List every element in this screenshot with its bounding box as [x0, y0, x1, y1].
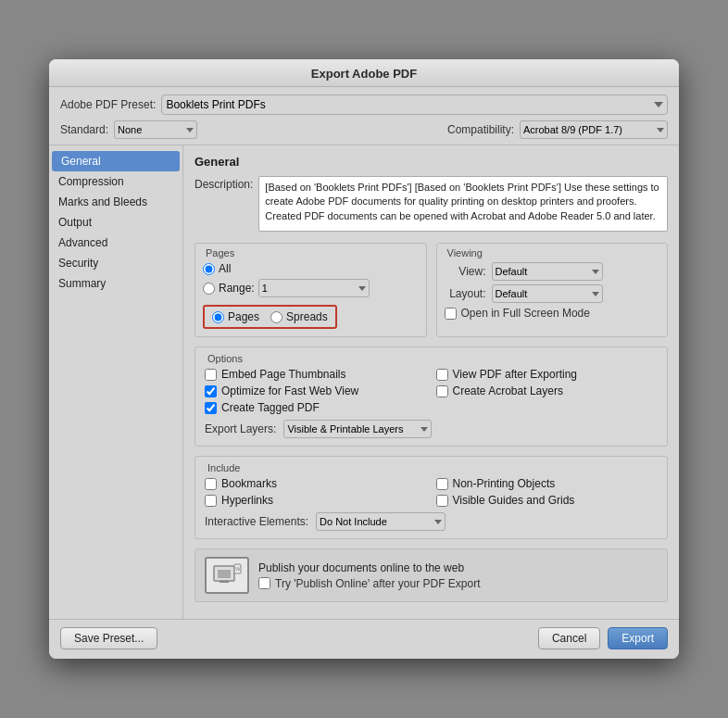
- optimize-web-label: Optimize for Fast Web View: [221, 384, 358, 397]
- embed-thumbnails-checkbox[interactable]: [205, 369, 217, 381]
- embed-thumbnails-label: Embed Page Thumbnails: [221, 368, 346, 381]
- preset-select[interactable]: Booklets Print PDFs: [161, 94, 668, 115]
- bookmarks-label: Bookmarks: [221, 477, 277, 490]
- publish-section: W Publish your documents online to the w…: [195, 548, 668, 602]
- publish-icon: W: [205, 557, 249, 594]
- optimize-web-checkbox[interactable]: [205, 385, 217, 397]
- interactive-elements-label: Interactive Elements:: [205, 515, 308, 528]
- publish-online-label: Try 'Publish Online' after your PDF Expo…: [275, 577, 481, 590]
- description-text: [Based on 'Booklets Print PDFs'] [Based …: [258, 176, 668, 232]
- spreads-radio[interactable]: [270, 311, 282, 323]
- view-after-export-checkbox[interactable]: [436, 369, 448, 381]
- pages-all-label: All: [219, 262, 231, 275]
- create-tagged-label: Create Tagged PDF: [221, 401, 320, 414]
- viewing-group: Viewing View: Default Layout: Default: [436, 243, 669, 337]
- layout-label: Layout:: [445, 287, 486, 300]
- standard-label: Standard:: [60, 123, 108, 136]
- create-tagged-checkbox[interactable]: [205, 402, 217, 414]
- pages-radio-label: Pages: [228, 310, 259, 323]
- view-label: View:: [445, 265, 486, 278]
- pages-all-radio[interactable]: [203, 263, 215, 275]
- layout-select[interactable]: Default: [492, 284, 603, 303]
- visible-guides-label: Visible Guides and Grids: [453, 494, 575, 507]
- non-printing-label: Non-Printing Objects: [453, 477, 556, 490]
- preset-label: Adobe PDF Preset:: [60, 98, 156, 111]
- export-layers-label: Export Layers:: [205, 422, 276, 435]
- description-label: Description:: [195, 176, 253, 191]
- include-group: Include Bookmarks Non-Printing Objects H…: [195, 456, 668, 539]
- publish-online-checkbox[interactable]: [258, 577, 270, 589]
- view-select[interactable]: Default: [492, 262, 603, 281]
- sidebar-item-compression[interactable]: Compression: [49, 171, 182, 192]
- visible-guides-checkbox[interactable]: [436, 495, 448, 507]
- hyperlinks-checkbox[interactable]: [205, 495, 217, 507]
- fullscreen-checkbox[interactable]: [445, 308, 457, 320]
- bookmarks-checkbox[interactable]: [205, 478, 217, 490]
- publish-text: Publish your documents online to the web…: [258, 561, 658, 590]
- title-bar: Export Adobe PDF: [49, 59, 679, 87]
- include-legend: Include: [205, 462, 658, 473]
- pages-spreads-group: Pages Spreads: [203, 305, 337, 329]
- compatibility-select[interactable]: Acrobat 8/9 (PDF 1.7): [520, 120, 668, 139]
- acrobat-layers-checkbox[interactable]: [436, 385, 448, 397]
- pages-radio[interactable]: [212, 311, 224, 323]
- sidebar-item-summary[interactable]: Summary: [49, 273, 182, 294]
- pages-legend: Pages: [203, 247, 419, 258]
- sidebar: General Compression Marks and Bleeds Out…: [49, 145, 183, 619]
- svg-rect-2: [220, 581, 229, 583]
- svg-rect-1: [218, 570, 231, 578]
- svg-text:W: W: [235, 566, 241, 572]
- cancel-button[interactable]: Cancel: [538, 627, 600, 649]
- sidebar-item-security[interactable]: Security: [49, 253, 182, 273]
- non-printing-checkbox[interactable]: [436, 478, 448, 490]
- viewing-legend: Viewing: [445, 247, 660, 258]
- view-after-export-label: View PDF after Exporting: [453, 368, 578, 381]
- sidebar-item-general[interactable]: General: [52, 151, 180, 171]
- section-title: General: [195, 155, 668, 169]
- range-select[interactable]: 1: [258, 279, 370, 297]
- options-legend: Options: [205, 353, 658, 364]
- interactive-elements-select[interactable]: Do Not Include: [316, 512, 446, 531]
- pages-range-label: Range:: [219, 282, 255, 295]
- export-pdf-dialog: Export Adobe PDF Adobe PDF Preset: Bookl…: [49, 59, 679, 659]
- content-area: General Description: [Based on 'Booklets…: [183, 145, 679, 619]
- publish-title: Publish your documents online to the web: [258, 561, 658, 574]
- spreads-radio-label: Spreads: [286, 310, 328, 323]
- compatibility-label: Compatibility:: [447, 123, 514, 136]
- export-layers-select[interactable]: Visible & Printable Layers: [283, 420, 432, 438]
- sidebar-item-marks-bleeds[interactable]: Marks and Bleeds: [49, 192, 182, 212]
- hyperlinks-label: Hyperlinks: [221, 494, 273, 507]
- export-button[interactable]: Export: [608, 627, 668, 649]
- standard-select[interactable]: None: [114, 120, 197, 139]
- dialog-title: Export Adobe PDF: [311, 67, 417, 81]
- pages-group: Pages All Range: 1: [195, 243, 427, 337]
- sidebar-item-advanced[interactable]: Advanced: [49, 233, 182, 253]
- save-preset-button[interactable]: Save Preset...: [60, 627, 157, 649]
- options-group: Options Embed Page Thumbnails View PDF a…: [195, 346, 668, 447]
- acrobat-layers-label: Create Acrobat Layers: [453, 384, 563, 397]
- footer: Save Preset... Cancel Export: [49, 619, 679, 659]
- pages-range-radio[interactable]: [203, 283, 215, 295]
- sidebar-item-output[interactable]: Output: [49, 212, 182, 233]
- fullscreen-label: Open in Full Screen Mode: [461, 307, 590, 320]
